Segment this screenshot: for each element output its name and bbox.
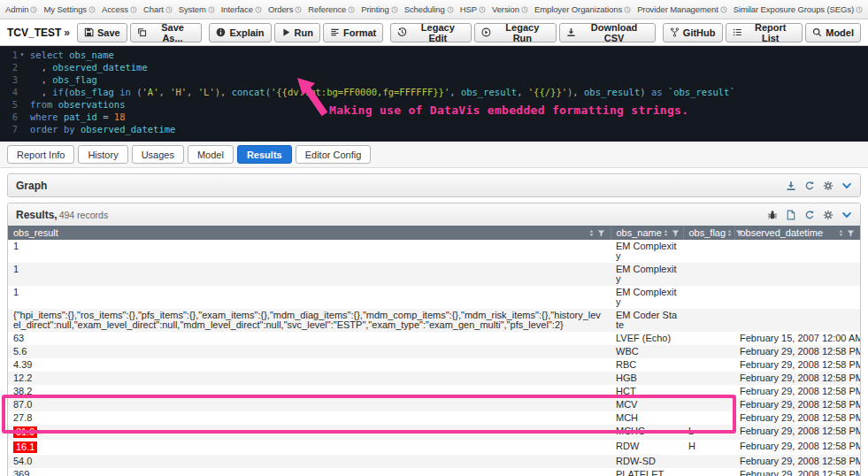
legacy-run-button[interactable]: Legacy Run bbox=[474, 23, 557, 42]
nav-item-employer-organizations[interactable]: Employer Organizations bbox=[534, 4, 631, 14]
nav-item-admin[interactable]: Admin bbox=[5, 4, 37, 14]
annotation-arrow-icon bbox=[297, 78, 333, 119]
nav-item-similar-exposure-groups-segs[interactable]: Similar Exposure Groups (SEGs) bbox=[734, 4, 863, 14]
save-button[interactable]: Save bbox=[77, 23, 127, 42]
clock-icon bbox=[447, 6, 454, 13]
cell-obs-result: 5.6 bbox=[8, 345, 611, 358]
nav-item-orders[interactable]: Orders bbox=[268, 4, 302, 14]
line-number: 3 bbox=[0, 73, 27, 86]
save-as-button[interactable]: Save As... bbox=[130, 23, 203, 42]
cell-obs-result: 27.8 bbox=[8, 411, 611, 425]
sort-icon[interactable] bbox=[837, 229, 845, 237]
table-row[interactable]: 16.1RDWHFebruary 29, 2008 12:58 PM bbox=[8, 440, 860, 455]
app-window: AdminMy SettingsAccessChartSystemInterfa… bbox=[0, 0, 868, 476]
column-header-obs-name[interactable]: obs_name bbox=[611, 226, 683, 240]
table-row[interactable]: 1EM Complexity bbox=[8, 286, 860, 309]
nav-item-label: Reference bbox=[308, 4, 346, 14]
nav-item-chart[interactable]: Chart bbox=[143, 4, 173, 14]
cell-observed-datetime bbox=[734, 263, 860, 286]
nav-item-access[interactable]: Access bbox=[102, 4, 137, 14]
cell-observed-datetime: February 15, 2007 12:00 AM bbox=[734, 332, 860, 345]
tab-usages[interactable]: Usages bbox=[132, 145, 184, 164]
cell-obs-result: 4.39 bbox=[8, 358, 611, 372]
table-row[interactable]: {"hpi_items":{},"ros_items":{},"pfs_item… bbox=[8, 309, 860, 332]
column-header-obs-result[interactable]: obs_result bbox=[8, 226, 611, 240]
tab-bar: Report InfoHistoryUsagesModelResultsEdit… bbox=[0, 142, 868, 168]
nav-item-label: System bbox=[179, 4, 206, 14]
chevron-down-icon[interactable] bbox=[841, 210, 852, 220]
cell-obs-result: 16.1 bbox=[8, 440, 611, 455]
download-icon[interactable] bbox=[786, 180, 796, 191]
tab-editor-config[interactable]: Editor Config bbox=[296, 145, 372, 164]
table-row[interactable]: 87.0MCVFebruary 29, 2008 12:58 PM bbox=[8, 398, 860, 411]
refresh-icon[interactable] bbox=[804, 180, 815, 191]
nav-item-hsp[interactable]: HSP bbox=[460, 4, 486, 14]
tab-report-info[interactable]: Report Info bbox=[7, 145, 74, 164]
github-button[interactable]: GitHub bbox=[663, 23, 723, 42]
sql-editor[interactable]: 1▾select obs_name2 , observed_datetime3 … bbox=[0, 46, 868, 142]
filter-icon[interactable] bbox=[847, 229, 855, 237]
format-button[interactable]: Format bbox=[323, 23, 383, 42]
annotation-text: Making use of DataVis embedded formattin… bbox=[329, 104, 688, 117]
filter-icon[interactable] bbox=[597, 229, 605, 237]
results-panel-header[interactable]: Results,494 records bbox=[8, 203, 860, 226]
table-row[interactable]: 54.0RDW-SDFebruary 29, 2008 12:58 PM bbox=[8, 455, 860, 468]
nav-item-my-settings[interactable]: My Settings bbox=[43, 4, 96, 14]
nav-item-scheduling[interactable]: Scheduling bbox=[404, 4, 454, 14]
cell-obs-result: {"hpi_items":{},"ros_items":{},"pfs_item… bbox=[8, 309, 611, 332]
sort-icon[interactable] bbox=[588, 229, 595, 237]
nav-item-system[interactable]: System bbox=[179, 4, 215, 14]
filter-icon[interactable] bbox=[672, 229, 680, 237]
table-row[interactable]: 31.9MCHCLFebruary 29, 2008 12:58 PM bbox=[8, 425, 860, 440]
graph-panel-header[interactable]: Graph bbox=[8, 174, 860, 196]
line-number: 4 bbox=[0, 86, 27, 98]
tab-model[interactable]: Model bbox=[188, 145, 234, 164]
cell-obs-flag: L bbox=[683, 425, 734, 440]
column-header-obs-flag[interactable]: obs_flag bbox=[683, 226, 734, 240]
gear-icon[interactable] bbox=[823, 180, 833, 191]
table-row[interactable]: 63LVEF (Echo)February 15, 2007 12:00 AM bbox=[8, 332, 860, 345]
explain-button[interactable]: Explain bbox=[209, 23, 271, 42]
table-row[interactable]: 38.2HCTFebruary 29, 2008 12:58 PM bbox=[8, 385, 860, 398]
table-row[interactable]: 1EM Complexity bbox=[8, 263, 860, 286]
nav-item-reference[interactable]: Reference bbox=[308, 4, 355, 14]
nav-item-provider-management[interactable]: Provider Management bbox=[637, 4, 727, 14]
sort-icon[interactable] bbox=[726, 229, 734, 237]
table-row[interactable]: 27.8MCHFebruary 29, 2008 12:58 PM bbox=[8, 411, 860, 425]
tab-history[interactable]: History bbox=[78, 145, 127, 164]
clock-icon bbox=[856, 6, 863, 13]
file-icon[interactable] bbox=[786, 210, 796, 220]
table-row[interactable]: 4.39RBCFebruary 29, 2008 12:58 PM bbox=[8, 358, 860, 372]
chevron-down-icon[interactable] bbox=[841, 180, 852, 191]
graph-panel: Graph bbox=[7, 173, 861, 197]
gear-icon[interactable] bbox=[823, 210, 833, 220]
run-button[interactable]: Run bbox=[274, 23, 320, 42]
clock-icon bbox=[479, 6, 486, 13]
fold-arrow-icon[interactable]: ▾ bbox=[18, 49, 27, 61]
refresh-icon[interactable] bbox=[804, 210, 815, 220]
table-row[interactable]: 5.6WBCFebruary 29, 2008 12:58 PM bbox=[8, 345, 860, 358]
report-list-button[interactable]: Report List bbox=[726, 23, 803, 42]
table-row[interactable]: 1EM Complexity bbox=[8, 240, 860, 263]
tab-results[interactable]: Results bbox=[237, 145, 292, 164]
download-csv-button[interactable]: Download CSV bbox=[559, 23, 656, 42]
nav-item-label: HSP bbox=[460, 4, 477, 14]
legacy-edit-button[interactable]: Legacy Edit bbox=[390, 23, 472, 42]
cell-obs-name: RDW bbox=[611, 440, 683, 455]
sort-icon[interactable] bbox=[662, 229, 670, 237]
column-header-observed-datetime[interactable]: observed_datetime bbox=[734, 226, 860, 240]
cell-obs-flag: H bbox=[683, 440, 734, 455]
table-row[interactable]: 12.2HGBFebruary 29, 2008 12:58 PM bbox=[8, 372, 860, 385]
clock-icon bbox=[348, 6, 355, 13]
nav-item-version[interactable]: Version bbox=[492, 4, 528, 14]
table-row[interactable]: 369PLATELETFebruary 29, 2008 12:58 PM bbox=[8, 468, 860, 476]
cell-obs-name: MCH bbox=[611, 411, 683, 425]
button-label: Save As... bbox=[150, 22, 196, 43]
bug-icon[interactable] bbox=[767, 210, 778, 220]
cell-observed-datetime bbox=[734, 286, 860, 309]
nav-item-interface[interactable]: Interface bbox=[221, 4, 262, 14]
sql-editor-code: 1▾select obs_name2 , observed_datetime3 … bbox=[0, 49, 868, 135]
model-button[interactable]: Model bbox=[805, 23, 861, 42]
cell-observed-datetime: February 29, 2008 12:58 PM bbox=[734, 455, 860, 468]
nav-item-printing[interactable]: Printing bbox=[361, 4, 397, 14]
